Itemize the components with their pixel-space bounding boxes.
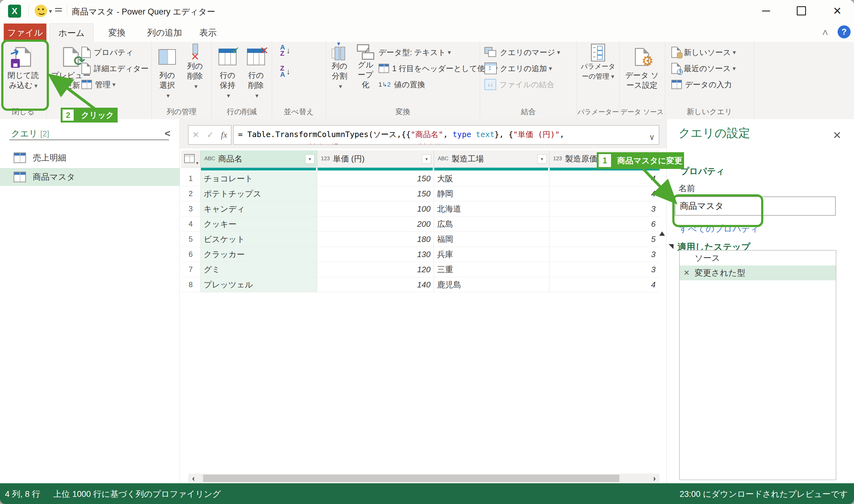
delete-step-icon[interactable]: ✕ [683,269,693,277]
formula-input[interactable]: = Table.TransformColumnTypes(ソース,{{"商品名"… [233,125,659,145]
feedback-smiley-icon[interactable] [35,5,47,17]
applied-step-item[interactable]: ✕変更された型 [680,266,836,280]
scroll-right-icon[interactable]: › [649,474,660,483]
sort-descending-button[interactable]: ZA ↓ [280,65,290,78]
cell-product-name[interactable]: キャンディ [200,201,317,217]
customize-toolbar-icon[interactable] [55,8,62,14]
tab-add-column[interactable]: 列の追加 [140,23,190,42]
filter-button[interactable]: ▾ [537,155,547,164]
filter-button[interactable]: ▾ [422,155,431,164]
split-column-button[interactable]: 列の分割 [328,43,351,91]
cell-manufacturing-cost[interactable]: 3 [549,262,660,277]
select-all-corner[interactable]: ▾ [181,150,200,167]
applied-step-item[interactable]: ソース [680,251,836,266]
cell-unit-price[interactable]: 150 [317,186,434,201]
filter-button[interactable]: ▾ [305,155,315,164]
cell-factory[interactable]: 静岡 [434,186,549,201]
enter-data-button[interactable]: データの入力 [671,78,732,91]
horizontal-scrollbar[interactable]: ‹ › [188,474,660,483]
close-settings-icon[interactable]: ✕ [833,129,842,141]
cell-unit-price[interactable]: 200 [317,217,434,232]
cell-product-name[interactable]: チョコレート [200,171,317,186]
cell-manufacturing-cost[interactable]: 3 [549,201,660,217]
cell-product-name[interactable]: ポテトチップス [200,186,317,201]
tab-file[interactable]: ファイル [4,23,47,42]
sort-ascending-button[interactable]: AZ ↓ [280,44,290,57]
cell-product-name[interactable]: グミ [200,262,317,277]
cell-product-name[interactable]: プレッツェル [200,277,317,292]
data-source-settings-button[interactable]: ⚙ データ ソース設定 [622,43,662,90]
close-and-load-button[interactable]: ➜ 閉じて読み込む [2,43,44,91]
cell-product-name[interactable]: クラッカー [200,247,317,262]
formula-commit-icon[interactable]: ✓ [207,130,214,140]
group-label-transform: 変換 [326,107,480,116]
cell-manufacturing-cost[interactable]: 3 [549,247,660,262]
manage-parameters-button[interactable]: パラメーターの管理 [577,43,619,82]
cell-manufacturing-cost[interactable]: 4 [549,277,660,292]
group-by-button[interactable]: グループ化 [353,43,378,89]
cell-unit-price[interactable]: 120 [317,262,434,277]
cell-factory[interactable]: 鹿児島 [434,277,549,292]
tab-view[interactable]: 表示 [193,23,224,42]
all-properties-link[interactable]: すべてのプロパティ [679,223,759,235]
cell-unit-price[interactable]: 150 [317,171,434,186]
cell-unit-price[interactable]: 180 [317,232,434,247]
cell-unit-price[interactable]: 100 [317,201,434,217]
column-quality-bars [181,167,660,171]
properties-button[interactable]: プロパティ [82,46,134,58]
new-source-button[interactable]: 新しいソース [671,46,736,58]
replace-values-button[interactable]: 1↳2 値の置換 [378,78,425,91]
manage-button[interactable]: 管理 [82,78,115,91]
column-header-factory[interactable]: ABC 製造工場 ▾ [434,150,549,167]
scrollbar-thumb[interactable] [203,474,619,482]
tab-home[interactable]: ホーム [50,23,93,42]
recent-sources-button[interactable]: ◷ 最近のソース [671,62,736,75]
queries-count: [2] [40,129,49,138]
pane-splitter-arrow-icon[interactable] [659,231,665,236]
maximize-button[interactable] [791,4,812,18]
remove-rows-button[interactable]: ✕ 行の削除 [243,43,269,101]
cell-factory[interactable]: 三重 [434,262,549,277]
cell-unit-price[interactable]: 130 [317,247,434,262]
sort-ascending-icon: AZ [280,44,285,57]
cell-product-name[interactable]: クッキー [200,217,317,232]
collapse-ribbon-icon[interactable]: ˄ [822,26,828,39]
remove-columns-button[interactable]: 列の削除 [182,43,208,91]
cell-manufacturing-cost[interactable]: 5 [549,232,660,247]
applied-steps-expander-icon[interactable] [669,244,674,249]
data-type-button[interactable]: データ型: テキスト [378,46,451,58]
close-button[interactable]: ✕ [827,4,848,18]
minimize-button[interactable] [756,4,776,18]
table-menu-icon[interactable]: ▾ [196,160,198,166]
formula-expand-icon[interactable]: ∨ [650,130,654,144]
column-header-product-name[interactable]: ABC 商品名 ▾ [200,150,317,167]
cell-product-name[interactable]: ビスケット [200,232,317,247]
cell-factory[interactable]: 北海道 [434,201,549,217]
scrollbar-track[interactable] [199,474,649,482]
cell-manufacturing-cost[interactable]: 6 [549,217,660,232]
formula-cancel-icon[interactable]: ✕ [192,130,199,140]
cell-factory[interactable]: 兵庫 [434,247,549,262]
query-name-input[interactable]: 商品マスタ [675,196,836,216]
column-header-unit-price[interactable]: 123 単価 (円) ▾ [317,150,434,167]
tab-transform[interactable]: 変換 [99,23,136,42]
collapse-queries-pane-icon[interactable]: < [165,128,171,139]
smiley-dropdown-icon[interactable]: ▾ [49,7,52,15]
keep-rows-button[interactable]: ✓ 行の保持 [214,43,241,101]
query-list-item[interactable]: 商品マスタ [0,168,179,186]
cell-factory[interactable]: 大阪 [434,171,549,186]
append-queries-button[interactable]: クエリの追加 [484,62,552,75]
choose-columns-button[interactable]: 列の選択 [154,43,180,101]
cell-factory[interactable]: 福岡 [434,232,549,247]
cell-manufacturing-cost[interactable]: 4 [549,186,660,201]
query-list-item[interactable]: 売上明細 [0,149,179,167]
cell-unit-price[interactable]: 140 [317,277,434,292]
cell-factory[interactable]: 広島 [434,217,549,232]
scroll-left-icon[interactable]: ‹ [188,474,199,483]
merge-queries-button[interactable]: クエリのマージ [484,46,560,58]
help-icon[interactable]: ? [838,25,851,38]
status-profiling[interactable]: 上位 1000 行に基づく列のプロファイリング [53,488,221,500]
advanced-editor-button[interactable]: 詳細エディター [82,62,148,75]
cell-manufacturing-cost[interactable]: 4 [549,171,660,186]
merge-queries-icon [484,47,497,57]
